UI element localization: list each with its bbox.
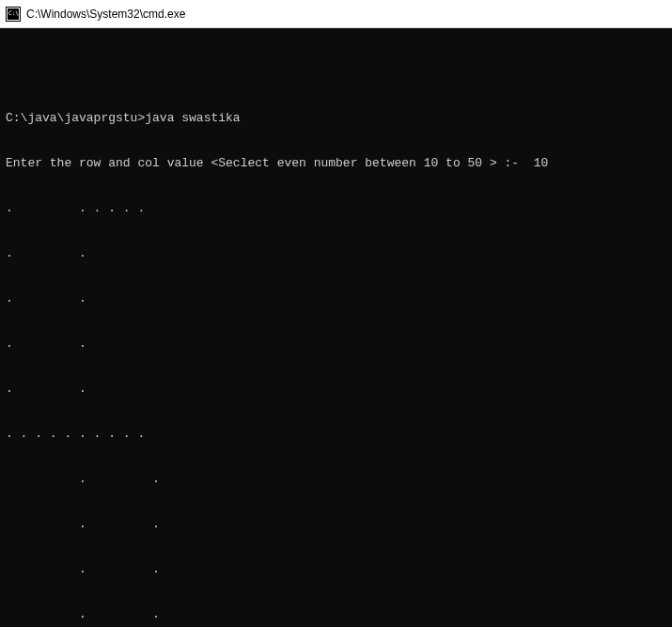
console-line: . .	[6, 246, 666, 261]
console-output[interactable]: C:\java\javaprgstu>java swastika Enter t…	[0, 28, 672, 627]
cmd-icon: C:\	[6, 7, 21, 22]
console-line	[6, 66, 666, 81]
console-line: . .	[6, 382, 666, 397]
console-line: C:\java\javaprgstu>java swastika	[6, 111, 666, 126]
console-line: . . . . . .	[6, 201, 666, 216]
console-line: . .	[6, 337, 666, 352]
console-line: . .	[6, 517, 666, 532]
window-title: C:\Windows\System32\cmd.exe	[26, 8, 185, 21]
console-line: Enter the row and col value <Seclect eve…	[6, 156, 666, 171]
console-line: . .	[6, 472, 666, 487]
console-line: . .	[6, 562, 666, 577]
console-line: . .	[6, 291, 666, 306]
svg-text:C:\: C:\	[8, 9, 19, 16]
window-title-bar[interactable]: C:\ C:\Windows\System32\cmd.exe	[0, 0, 672, 28]
console-line: . .	[6, 607, 666, 622]
console-line: . . . . . . . . . .	[6, 427, 666, 442]
